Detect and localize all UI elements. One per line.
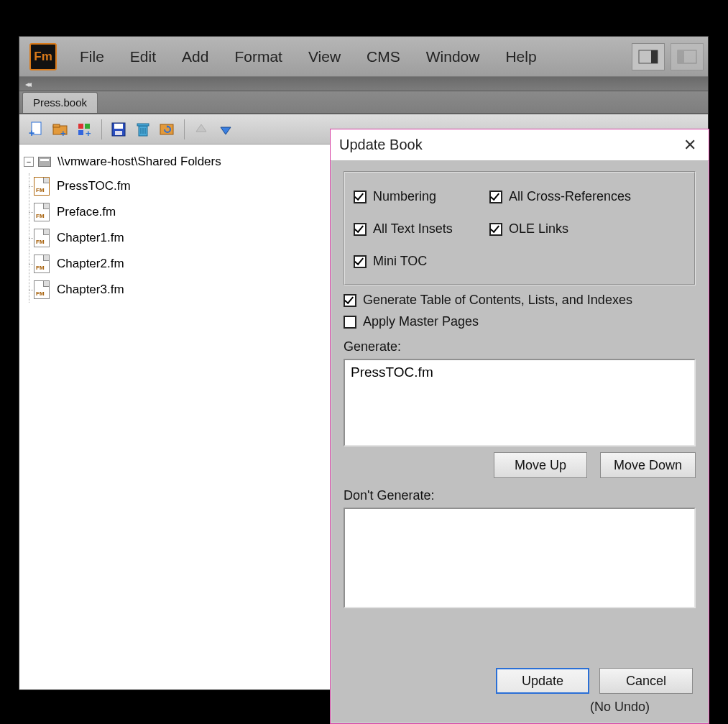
tree-file-label: PressTOC.fm bbox=[57, 179, 131, 193]
menu-edit[interactable]: Edit bbox=[117, 48, 169, 65]
checkbox-icon bbox=[354, 223, 367, 236]
dialog-titlebar: Update Book ✕ bbox=[331, 129, 709, 161]
close-icon[interactable]: ✕ bbox=[680, 135, 700, 155]
fm-document-icon: FM bbox=[34, 255, 50, 273]
checkbox-mini-toc[interactable]: Mini TOC bbox=[354, 254, 487, 269]
add-folder-icon[interactable]: + bbox=[51, 120, 70, 139]
fm-document-icon: FM bbox=[34, 177, 50, 196]
menu-file[interactable]: File bbox=[67, 48, 117, 65]
svg-rect-17 bbox=[137, 124, 149, 126]
list-item[interactable]: PressTOC.fm bbox=[351, 365, 688, 380]
folder-icon bbox=[38, 157, 51, 167]
checkbox-label: All Cross-References bbox=[509, 189, 631, 204]
dont-generate-label: Don't Generate: bbox=[344, 488, 696, 503]
checkbox-icon bbox=[354, 191, 367, 203]
menu-bar: Fm File Edit Add Format View CMS Window … bbox=[19, 37, 708, 77]
tree-file-label: Preface.fm bbox=[57, 205, 116, 219]
no-undo-label: (No Undo) bbox=[590, 700, 650, 715]
svg-rect-11 bbox=[78, 130, 83, 135]
workspace-layout-button-b[interactable] bbox=[671, 43, 704, 70]
add-file-icon[interactable]: + bbox=[27, 120, 45, 139]
svg-rect-7 bbox=[53, 124, 60, 127]
checkbox-cross-references[interactable]: All Cross-References bbox=[489, 189, 686, 204]
tree-root-label: \\vmware-host\Shared Folders bbox=[57, 155, 221, 169]
update-book-dialog: Update Book ✕ Numbering All Cross-Refere… bbox=[330, 129, 709, 724]
menu-window[interactable]: Window bbox=[413, 48, 493, 65]
fm-document-icon: FM bbox=[34, 229, 50, 247]
checkbox-label: Apply Master Pages bbox=[363, 314, 479, 329]
checkbox-icon bbox=[489, 223, 502, 236]
update-options-group: Numbering All Cross-References All Text … bbox=[344, 171, 696, 285]
checkbox-label: Mini TOC bbox=[373, 254, 427, 269]
panel-header-strip: ◂◂ bbox=[19, 77, 708, 91]
delete-icon[interactable] bbox=[134, 120, 152, 139]
checkbox-icon bbox=[344, 294, 356, 307]
checkbox-numbering[interactable]: Numbering bbox=[354, 189, 487, 204]
collapse-panel-icon[interactable]: ◂◂ bbox=[25, 79, 29, 89]
tab-press-book[interactable]: Press.book bbox=[22, 92, 98, 113]
move-down-button[interactable]: Move Down bbox=[600, 452, 696, 478]
checkbox-icon bbox=[354, 255, 367, 268]
app-logo-icon: Fm bbox=[29, 43, 57, 70]
checkbox-text-insets[interactable]: All Text Insets bbox=[354, 221, 487, 237]
cancel-button[interactable]: Cancel bbox=[599, 668, 693, 694]
dont-generate-listbox[interactable] bbox=[344, 508, 696, 608]
checkbox-apply-master-pages[interactable]: Apply Master Pages bbox=[344, 314, 696, 329]
menu-cms[interactable]: CMS bbox=[354, 48, 413, 65]
checkbox-label: Numbering bbox=[373, 189, 436, 204]
update-book-icon[interactable] bbox=[158, 120, 177, 139]
move-down-icon[interactable] bbox=[216, 120, 235, 139]
checkbox-icon bbox=[344, 316, 356, 329]
svg-text:+: + bbox=[60, 128, 66, 137]
tree-file-label: Chapter3.fm bbox=[57, 283, 124, 297]
menu-format[interactable]: Format bbox=[221, 48, 295, 65]
generate-listbox[interactable]: PressTOC.fm bbox=[344, 359, 696, 446]
checkbox-icon bbox=[489, 191, 502, 203]
fm-document-icon: FM bbox=[34, 280, 50, 299]
application-window: Fm File Edit Add Format View CMS Window … bbox=[19, 36, 709, 690]
generate-label: Generate: bbox=[344, 339, 696, 354]
checkbox-generate-toc-lists[interactable]: Generate Table of Contents, Lists, and I… bbox=[344, 293, 696, 308]
svg-rect-14 bbox=[114, 124, 123, 129]
svg-text:+: + bbox=[29, 127, 34, 138]
fm-document-icon: FM bbox=[34, 203, 50, 221]
save-icon[interactable] bbox=[109, 120, 128, 139]
tree-file-label: Chapter2.fm bbox=[57, 257, 124, 271]
menu-help[interactable]: Help bbox=[492, 48, 549, 65]
move-up-button[interactable]: Move Up bbox=[494, 452, 587, 478]
svg-rect-15 bbox=[115, 131, 122, 135]
workspace-layout-button-a[interactable] bbox=[632, 43, 665, 70]
checkbox-ole-links[interactable]: OLE Links bbox=[489, 221, 686, 237]
tree-file-label: Chapter1.fm bbox=[57, 231, 124, 245]
move-up-icon[interactable] bbox=[192, 120, 211, 139]
checkbox-label: OLE Links bbox=[509, 221, 568, 237]
dialog-title: Update Book bbox=[339, 137, 423, 153]
update-button[interactable]: Update bbox=[496, 668, 589, 694]
menu-add[interactable]: Add bbox=[169, 48, 221, 65]
document-tab-bar: Press.book bbox=[19, 91, 708, 114]
add-group-icon[interactable]: + bbox=[75, 120, 94, 139]
checkbox-label: All Text Insets bbox=[373, 221, 453, 237]
svg-rect-3 bbox=[678, 50, 684, 63]
svg-rect-1 bbox=[651, 50, 658, 63]
checkbox-label: Generate Table of Contents, Lists, and I… bbox=[363, 293, 632, 308]
tree-collapse-icon[interactable]: − bbox=[24, 157, 34, 167]
svg-text:+: + bbox=[86, 128, 91, 137]
svg-rect-9 bbox=[78, 124, 83, 129]
menu-view[interactable]: View bbox=[295, 48, 354, 65]
